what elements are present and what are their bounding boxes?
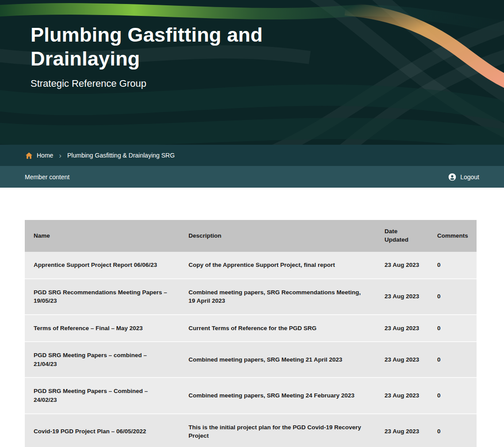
document-name-link[interactable]: PGD SRG Meeting Papers – Combined – 24/0… [25, 377, 180, 413]
document-date: 23 Aug 2023 [376, 278, 428, 314]
table-row: PGD SRG Meeting Papers – Combined – 24/0… [25, 377, 477, 413]
documents-table: Name Description Date Updated Comments A… [25, 220, 477, 447]
hero-header: Plumbing Gasfitting and Drainlaying Stra… [0, 0, 504, 145]
breadcrumb-home-label: Home [37, 152, 53, 159]
main-content: Name Description Date Updated Comments A… [0, 188, 504, 447]
document-comments-count: 0 [428, 413, 477, 447]
user-circle-icon [448, 173, 457, 181]
column-header-name: Name [25, 220, 180, 252]
document-name-link[interactable]: PGD SRG Recommendations Meeting Papers –… [25, 278, 180, 314]
table-row: PGD SRG Meeting Papers – combined – 21/0… [25, 341, 477, 377]
document-date: 23 Aug 2023 [376, 377, 428, 413]
breadcrumb-current-page[interactable]: Plumbing Gasfitting & Drainlaying SRG [67, 152, 175, 159]
column-header-date-updated: Date Updated [376, 220, 428, 252]
home-icon [25, 151, 33, 160]
document-comments-count: 0 [428, 278, 477, 314]
table-row: Terms of Reference – Final – May 2023 Cu… [25, 314, 477, 342]
member-bar: Member content Logout [0, 166, 504, 188]
page-subtitle: Strategic Reference Group [31, 78, 504, 89]
document-date: 23 Aug 2023 [376, 252, 428, 278]
document-date: 23 Aug 2023 [376, 341, 428, 377]
document-name-link[interactable]: Apprentice Support Project Report 06/06/… [25, 252, 180, 278]
document-comments-count: 0 [428, 341, 477, 377]
page-title: Plumbing Gasfitting and Drainlaying [31, 23, 305, 71]
column-header-description: Description [180, 220, 376, 252]
document-date: 23 Aug 2023 [376, 314, 428, 342]
document-description: Combined meeting papers, SRG Recommendat… [180, 278, 376, 314]
document-name-link[interactable]: Covid-19 PGD Project Plan – 06/05/2022 [25, 413, 180, 447]
breadcrumb-chevron-icon: › [58, 152, 62, 159]
document-description: Combined meeting papers, SRG Meeting 24 … [180, 377, 376, 413]
document-date: 23 Aug 2023 [376, 413, 428, 447]
table-row: PGD SRG Recommendations Meeting Papers –… [25, 278, 477, 314]
table-row: Covid-19 PGD Project Plan – 06/05/2022 T… [25, 413, 477, 447]
document-description: Current Terms of Reference for the PGD S… [180, 314, 376, 342]
document-name-link[interactable]: PGD SRG Meeting Papers – combined – 21/0… [25, 341, 180, 377]
table-header-row: Name Description Date Updated Comments [25, 220, 477, 252]
column-header-comments: Comments [428, 220, 477, 252]
document-description: Copy of the Apprentice Support Project, … [180, 252, 376, 278]
member-content-link[interactable]: Member content [25, 173, 69, 181]
breadcrumb: Home › Plumbing Gasfitting & Drainlaying… [0, 145, 504, 166]
logout-label: Logout [460, 173, 479, 181]
document-description: Combined meeting papers, SRG Meeting 21 … [180, 341, 376, 377]
breadcrumb-home-link[interactable]: Home [25, 151, 53, 160]
document-name-link[interactable]: Terms of Reference – Final – May 2023 [25, 314, 180, 342]
document-comments-count: 0 [428, 314, 477, 342]
table-row: Apprentice Support Project Report 06/06/… [25, 252, 477, 278]
document-comments-count: 0 [428, 252, 477, 278]
document-description: This is the initial project plan for the… [180, 413, 376, 447]
document-comments-count: 0 [428, 377, 477, 413]
logout-button[interactable]: Logout [448, 173, 479, 181]
